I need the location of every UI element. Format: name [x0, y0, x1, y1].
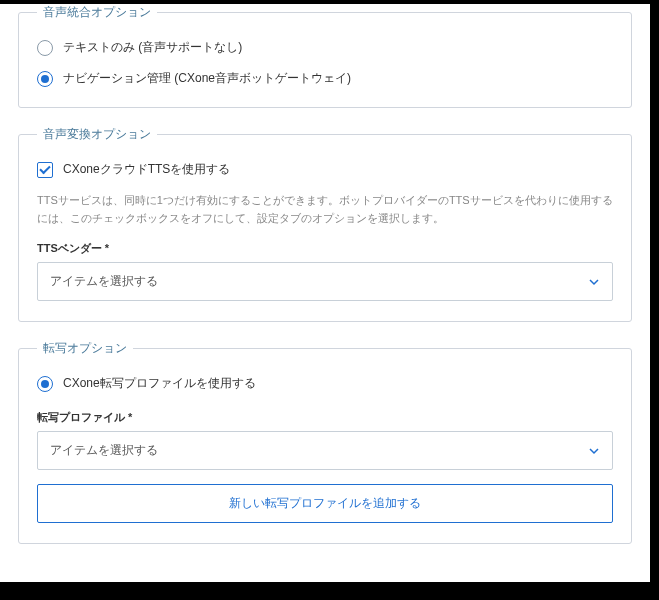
voice-integration-option-navigation[interactable]: ナビゲーション管理 (CXone音声ボットゲートウェイ) [37, 70, 613, 87]
select-placeholder: アイテムを選択する [50, 273, 158, 290]
chevron-down-icon [588, 445, 600, 457]
voice-integration-option-text-only[interactable]: テキストのみ (音声サポートなし) [37, 39, 613, 56]
radio-icon [37, 40, 53, 56]
transcription-legend: 転写オプション [37, 340, 133, 357]
settings-panel: 音声統合オプション テキストのみ (音声サポートなし) ナビゲーション管理 (C… [0, 4, 650, 582]
option-label: ナビゲーション管理 (CXone音声ボットゲートウェイ) [63, 70, 351, 87]
transcription-fieldset: 転写オプション CXone転写プロファイルを使用する 転写プロファイル * アイ… [18, 340, 632, 544]
voice-conversion-fieldset: 音声変換オプション CXoneクラウドTTSを使用する TTSサービスは、同時に… [18, 126, 632, 322]
transcription-profile-select[interactable]: アイテムを選択する [37, 431, 613, 470]
tts-vendor-select[interactable]: アイテムを選択する [37, 262, 613, 301]
add-transcription-profile-button[interactable]: 新しい転写プロファイルを追加する [37, 484, 613, 523]
chevron-down-icon [588, 276, 600, 288]
option-label: テキストのみ (音声サポートなし) [63, 39, 242, 56]
voice-integration-legend: 音声統合オプション [37, 4, 157, 21]
option-label: CXone転写プロファイルを使用する [63, 375, 256, 392]
tts-vendor-label: TTSベンダー * [37, 241, 613, 256]
use-cxone-transcription-profile-radio[interactable]: CXone転写プロファイルを使用する [37, 375, 613, 392]
radio-icon [37, 376, 53, 392]
select-placeholder: アイテムを選択する [50, 442, 158, 459]
voice-integration-fieldset: 音声統合オプション テキストのみ (音声サポートなし) ナビゲーション管理 (C… [18, 4, 632, 108]
checkbox-icon [37, 162, 53, 178]
tts-help-text: TTSサービスは、同時に1つだけ有効にすることができます。ボットプロバイダーのT… [37, 192, 613, 227]
radio-icon [37, 71, 53, 87]
transcription-profile-label: 転写プロファイル * [37, 410, 613, 425]
voice-conversion-legend: 音声変換オプション [37, 126, 157, 143]
checkbox-label: CXoneクラウドTTSを使用する [63, 161, 230, 178]
use-cxone-cloud-tts-checkbox[interactable]: CXoneクラウドTTSを使用する [37, 161, 613, 178]
